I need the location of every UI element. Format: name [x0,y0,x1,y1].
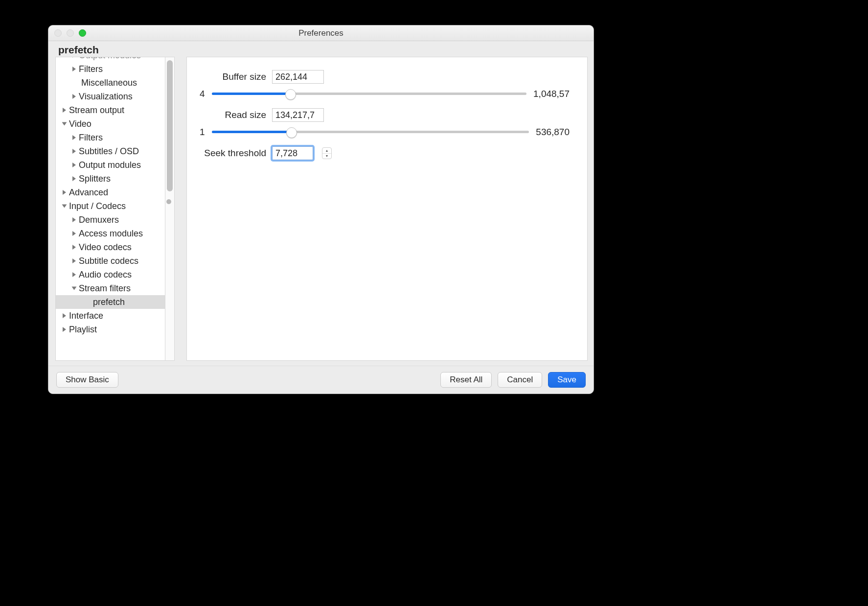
tree-item[interactable]: Video [56,117,165,131]
disclosure-closed-icon[interactable] [72,272,76,277]
tree-item[interactable]: prefetch [56,295,165,309]
sidebar-scrollbar[interactable] [165,57,175,361]
tree-item[interactable]: Advanced [56,186,165,199]
tree-item[interactable]: Audio codecs [56,268,165,281]
buffer-size-value: 262,144 [275,72,307,82]
disclosure-open-icon[interactable] [62,205,67,208]
tree-item-label: Output modules [79,160,141,170]
zoom-button[interactable] [79,29,86,37]
tree-item[interactable]: Visualizations [56,90,165,103]
tree-item-label: Subtitle codecs [79,256,138,266]
tree-item-label: Output modules [79,57,141,61]
tree-item[interactable]: Demuxers [56,213,165,227]
tree-item[interactable]: Playlist [56,323,165,336]
minimize-button[interactable] [67,29,74,37]
category-tree[interactable]: Output modulesFiltersMiscellaneousVisual… [55,57,165,361]
read-size-slider[interactable] [212,127,529,138]
titlebar: Preferences [48,25,594,41]
buffer-size-label: Buffer size [200,71,266,82]
settings-panel: Buffer size 262,144 4 1,048,57 Read size… [186,57,588,361]
read-size-label: Read size [200,110,266,120]
window-title: Preferences [48,28,594,38]
seek-threshold-field[interactable]: 7,728 [272,146,313,160]
tree-item[interactable]: Filters [56,62,165,76]
tree-item-label: Filters [79,64,103,74]
tree-item-label: Advanced [69,187,108,198]
stepper-up-icon[interactable]: ▴ [322,148,331,154]
tree-item[interactable]: Interface [56,309,165,323]
buffer-size-max: 1,048,57 [533,89,570,99]
disclosure-closed-icon[interactable] [72,149,76,154]
tree-item-label: Subtitles / OSD [79,146,139,157]
disclosure-closed-icon[interactable] [72,258,76,263]
disclosure-closed-icon[interactable] [72,57,76,58]
tree-item-label: Stream filters [79,283,131,294]
seek-threshold-stepper[interactable]: ▴ ▾ [322,147,332,159]
tree-item-label: Input / Codecs [69,201,126,211]
disclosure-closed-icon[interactable] [72,135,76,140]
tree-item[interactable]: Stream output [56,103,165,117]
disclosure-closed-icon[interactable] [63,313,66,318]
tree-item-label: prefetch [93,297,125,307]
tree-item-label: Video codecs [79,242,132,253]
disclosure-closed-icon[interactable] [72,67,76,71]
tree-item[interactable]: Input / Codecs [56,199,165,213]
buffer-size-field[interactable]: 262,144 [272,70,324,84]
tree-item[interactable]: Splitters [56,172,165,186]
disclosure-closed-icon[interactable] [72,163,76,167]
disclosure-closed-icon[interactable] [72,217,76,222]
tree-item[interactable]: Access modules [56,227,165,240]
slider-knob[interactable] [285,89,296,100]
disclosure-closed-icon[interactable] [72,231,76,236]
tree-item-label: Interface [69,311,103,321]
disclosure-closed-icon[interactable] [63,327,66,332]
scroll-thumb[interactable] [167,60,173,191]
buffer-size-slider[interactable] [212,89,526,99]
tree-item-label: Splitters [79,174,111,184]
footer: Show Basic Reset All Cancel Save [48,366,594,394]
show-basic-button[interactable]: Show Basic [56,372,118,388]
close-button[interactable] [54,29,62,37]
tree-item-label: Miscellaneous [81,78,137,88]
seek-threshold-label: Seek threshold [200,148,266,159]
tree-item[interactable]: Filters [56,131,165,144]
read-size-max: 536,870 [536,127,570,138]
tree-item[interactable]: Subtitles / OSD [56,144,165,158]
stepper-down-icon[interactable]: ▾ [322,154,331,159]
tree-item[interactable]: Output modules [56,57,165,62]
tree-item[interactable]: Subtitle codecs [56,254,165,268]
tree-item-label: Demuxers [79,215,119,225]
tree-item-label: Filters [79,133,103,143]
disclosure-closed-icon[interactable] [63,190,66,195]
disclosure-closed-icon[interactable] [72,176,76,181]
tree-item[interactable]: Video codecs [56,240,165,254]
tree-item-label: Visualizations [79,92,133,102]
disclosure-closed-icon[interactable] [72,245,76,250]
save-button[interactable]: Save [548,372,586,388]
buffer-size-min: 4 [200,89,205,99]
section-header: prefetch [48,41,594,57]
preferences-window: Preferences prefetch Output modulesFilte… [48,25,594,394]
read-size-value: 134,217,7 [275,110,315,120]
cancel-button[interactable]: Cancel [498,372,542,388]
tree-item-label: Video [69,119,91,129]
tree-item-label: Audio codecs [79,270,132,280]
read-size-min: 1 [200,127,205,138]
tree-item[interactable]: Stream filters [56,281,165,295]
tree-item[interactable]: Miscellaneous [56,76,165,90]
tree-item[interactable]: Output modules [56,158,165,172]
tree-item-label: Playlist [69,325,97,335]
reset-all-button[interactable]: Reset All [440,372,492,388]
disclosure-closed-icon[interactable] [72,94,76,99]
seek-threshold-value: 7,728 [275,148,297,159]
disclosure-closed-icon[interactable] [63,108,66,113]
disclosure-open-icon[interactable] [62,122,67,126]
disclosure-open-icon[interactable] [72,287,77,290]
tree-item-label: Stream output [69,105,124,116]
tree-item-label: Access modules [79,229,143,239]
read-size-field[interactable]: 134,217,7 [272,108,324,122]
slider-knob[interactable] [286,127,297,138]
scroll-nub[interactable] [166,199,171,204]
window-controls [54,29,86,37]
